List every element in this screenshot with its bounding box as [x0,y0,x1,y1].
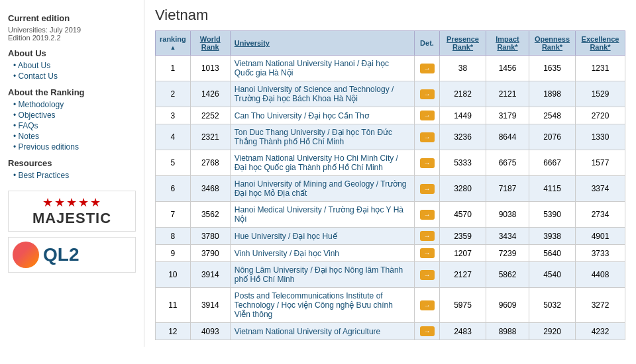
det-button[interactable]: → [420,89,435,99]
det-button[interactable]: → [420,132,435,142]
cell-world-rank: 1426 [190,81,230,107]
det-button[interactable]: → [420,64,435,73]
cell-det: → [415,202,440,228]
cell-openness: 5640 [529,245,576,262]
cell-excellence: 1330 [576,124,625,150]
university-name-link[interactable]: Hanoi Medical University / Trường Đại họ… [235,205,403,224]
university-name-link[interactable]: Vietnam National University of Agricultu… [235,327,381,336]
cell-world-rank: 3780 [190,228,230,245]
sidebar-link-contact-us[interactable]: Contact Us [13,71,136,81]
cell-openness: 1898 [529,81,576,107]
det-button[interactable]: → [420,300,435,310]
table-row: 63468Hanoi University of Mining and Geol… [156,176,625,202]
det-button[interactable]: → [420,326,435,336]
sidebar: Current edition Universities: July 2019 … [0,0,144,347]
det-button[interactable]: → [420,158,435,168]
openness-link[interactable]: Openness Rank* [535,35,570,51]
cell-impact: 8988 [486,323,529,340]
det-button[interactable]: → [420,270,435,280]
cell-impact: 1456 [486,56,529,81]
cell-presence: 2127 [440,262,486,288]
cell-ranking: 8 [156,228,191,245]
th-impact: Impact Rank* [486,31,529,56]
sidebar-link-methodology[interactable]: Methodology [13,100,136,109]
university-name-link[interactable]: Can Tho University / Đại học Cần Thơ [235,111,369,120]
cell-world-rank: 2252 [190,107,230,124]
det-button[interactable]: → [420,111,435,120]
impact-link[interactable]: Impact Rank* [496,35,519,51]
cell-university: Hanoi University of Mining and Geology /… [230,176,414,202]
cell-university: Ton Duc Thang University / Đại học Tôn Đ… [230,124,414,150]
resources-links: Best Practices [8,171,136,180]
sidebar-link-previous-editions[interactable]: Previous editions [13,142,136,152]
university-name-link[interactable]: Nông Lâm University / Đại học Nông lâm T… [235,265,403,284]
table-row: 93790Vinh University / Đại học Vinh→1207… [156,245,625,262]
cell-presence: 2182 [440,81,486,107]
current-edition-title: Current edition [8,13,136,23]
cell-det: → [415,245,440,262]
cell-excellence: 1529 [576,81,625,107]
university-name-link[interactable]: Vinh University / Đại học Vinh [235,249,339,258]
ql2-logo: QL2 [8,237,136,273]
cell-det: → [415,262,440,288]
cell-impact: 3179 [486,107,529,124]
main-content: Vietnam ranking▲ World Rank University D… [144,0,636,347]
presence-link[interactable]: Presence Rank* [447,35,479,51]
sidebar-link-about-us[interactable]: About Us [13,61,136,70]
majestic-text: MAJESTIC [32,210,111,227]
cell-university: Hue University / Đại học Huế [230,228,414,245]
table-row: 21426Hanoi University of Science and Tec… [156,81,625,107]
cell-excellence: 3374 [576,176,625,202]
cell-impact: 7239 [486,245,529,262]
cell-world-rank: 4093 [190,323,230,340]
university-name-link[interactable]: Vietnam National University Hanoi / Đại … [235,59,389,77]
cell-det: → [415,288,440,323]
cell-det: → [415,81,440,107]
cell-ranking: 9 [156,245,191,262]
th-ranking: ranking▲ [156,31,191,56]
det-button[interactable]: → [420,184,435,194]
cell-ranking: 11 [156,288,191,323]
university-name-link[interactable]: Posts and Telecommunications Institute o… [235,291,393,319]
ql2-circle-icon [13,242,39,268]
world-rank-link[interactable]: World Rank [200,35,221,51]
cell-university: Vietnam National University Hanoi / Đại … [230,56,414,81]
excellence-link[interactable]: Excellence Rank* [582,35,619,51]
sidebar-link-notes[interactable]: Notes [13,132,136,141]
sidebar-link-objectives[interactable]: Objectives [13,111,136,120]
cell-excellence: 4901 [576,228,625,245]
cell-impact: 9038 [486,202,529,228]
cell-ranking: 7 [156,202,191,228]
sidebar-link-best-practices[interactable]: Best Practices [13,171,136,180]
page-title: Vietnam [155,7,625,24]
ql2-text: QL2 [43,244,79,265]
cell-world-rank: 3914 [190,262,230,288]
university-name-link[interactable]: Ton Duc Thang University / Đại học Tôn Đ… [235,128,392,146]
det-button[interactable]: → [420,248,435,258]
majestic-stars: ★★★★★ [42,195,102,210]
det-button[interactable]: → [420,210,435,220]
university-name-link[interactable]: Hue University / Đại học Huế [235,232,337,241]
edition-info: Universities: July 2019 Edition 2019.2.2 [8,26,136,42]
cell-ranking: 10 [156,262,191,288]
cell-openness: 6667 [529,150,576,176]
cell-det: → [415,176,440,202]
cell-university: Nông Lâm University / Đại học Nông lâm T… [230,262,414,288]
university-link[interactable]: University [235,39,270,47]
table-row: 73562Hanoi Medical University / Trường Đ… [156,202,625,228]
th-det: Det. [415,31,440,56]
cell-openness: 3938 [529,228,576,245]
cell-world-rank: 2321 [190,124,230,150]
sidebar-link-faqs[interactable]: FAQs [13,121,136,130]
cell-excellence: 1577 [576,150,625,176]
cell-impact: 9609 [486,288,529,323]
table-row: 32252Can Tho University / Đại học Cần Th… [156,107,625,124]
university-name-link[interactable]: Hanoi University of Science and Technolo… [235,85,394,103]
rankings-table: ranking▲ World Rank University Det. Pres… [155,30,625,340]
cell-openness: 2920 [529,323,576,340]
cell-university: Vietnam National University of Agricultu… [230,323,414,340]
det-button[interactable]: → [420,231,435,241]
cell-excellence: 1231 [576,56,625,81]
university-name-link[interactable]: Vietnam National University Ho Chi Minh … [235,154,398,172]
university-name-link[interactable]: Hanoi University of Mining and Geology /… [235,179,407,198]
